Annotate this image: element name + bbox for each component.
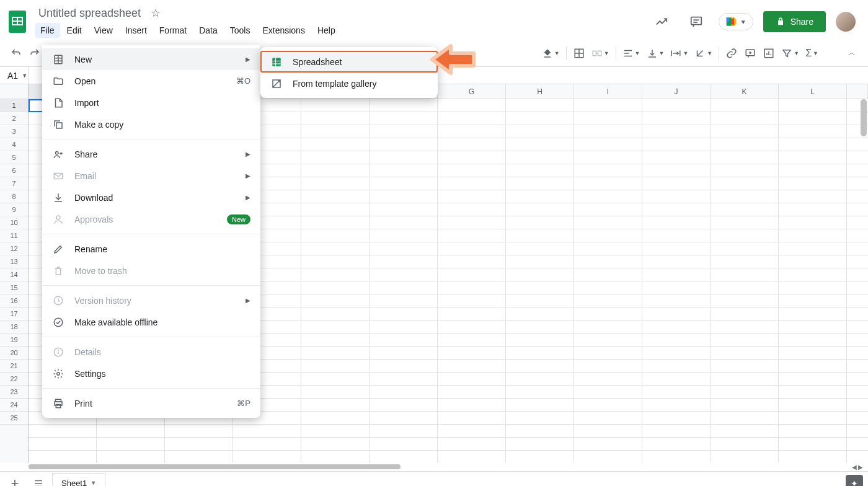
comment-button[interactable] (742, 45, 759, 62)
menu-file[interactable]: File (35, 23, 60, 38)
menuitem-email[interactable]: Email ▶ (42, 165, 260, 187)
menuitem-details[interactable]: Details (42, 341, 260, 363)
star-icon[interactable]: ☆ (151, 7, 161, 19)
row-header[interactable]: 18 (0, 320, 28, 334)
row-header[interactable]: 10 (0, 216, 28, 229)
doc-title[interactable]: Untitled spreadsheet (35, 6, 144, 21)
row-header[interactable]: 2 (0, 112, 28, 125)
comments-icon[interactable] (684, 9, 709, 34)
folder-icon (52, 75, 64, 87)
menuitem-download[interactable]: Download ▶ (42, 187, 260, 208)
menuitem-rename[interactable]: Rename (42, 238, 260, 260)
col-header[interactable]: G (438, 84, 506, 99)
scroll-left-icon[interactable]: ◀ (852, 464, 857, 471)
select-all-corner[interactable] (0, 84, 29, 99)
row-header[interactable]: 20 (0, 347, 28, 360)
menu-view[interactable]: View (89, 23, 118, 38)
row-header[interactable]: 12 (0, 242, 28, 255)
spreadsheet-icon (270, 56, 283, 68)
menu-insert[interactable]: Insert (120, 23, 153, 38)
borders-button[interactable] (570, 45, 588, 62)
name-box[interactable]: A1 ▼ (0, 67, 29, 84)
menuitem-label: Rename (74, 244, 107, 254)
row-header[interactable]: 3 (0, 125, 28, 138)
menuitem-new[interactable]: New ▶ (42, 48, 260, 70)
link-button[interactable] (723, 45, 740, 62)
all-sheets-button[interactable] (29, 474, 48, 487)
row-header[interactable]: 6 (0, 164, 28, 177)
name-box-value: A1 (7, 71, 18, 81)
col-header[interactable] (847, 84, 868, 99)
row-header[interactable]: 8 (0, 190, 28, 203)
row-header[interactable]: 5 (0, 151, 28, 164)
submenu-template[interactable]: From template gallery (260, 73, 438, 94)
collapse-toolbar-button[interactable]: ︿ (848, 48, 856, 58)
menu-edit[interactable]: Edit (61, 23, 87, 38)
col-header[interactable]: I (574, 84, 642, 99)
col-header[interactable]: J (642, 84, 711, 99)
row-header[interactable]: 14 (0, 268, 28, 281)
chevron-down-icon: ▼ (22, 73, 27, 79)
v-align-button[interactable]: ▼ (644, 45, 667, 62)
redo-button[interactable] (26, 45, 43, 62)
row-header[interactable]: 13 (0, 255, 28, 268)
h-scrollbar[interactable] (29, 464, 401, 469)
row-header[interactable]: 15 (0, 281, 28, 294)
sheet-tab[interactable]: Sheet1 ▼ (52, 473, 105, 487)
menuitem-print[interactable]: Print ⌘P (42, 392, 260, 414)
sheet-tab-label: Sheet1 (61, 479, 87, 487)
activity-icon[interactable] (649, 9, 674, 34)
functions-button[interactable]: Σ▼ (803, 45, 821, 62)
explore-button[interactable]: ✦ (846, 475, 863, 487)
col-header[interactable]: H (506, 84, 574, 99)
shortcut-label: ⌘P (237, 399, 250, 408)
row-header[interactable]: 25 (0, 412, 28, 425)
row-header[interactable]: 24 (0, 399, 28, 412)
row-header[interactable]: 9 (0, 203, 28, 216)
meet-button[interactable]: ▼ (719, 13, 753, 30)
submenu-spreadsheet[interactable]: Spreadsheet (260, 51, 438, 73)
row-header[interactable]: 19 (0, 334, 28, 347)
file-menu-dropdown: New ▶ Open ⌘O Import Make a copy Share ▶… (42, 45, 260, 418)
row-header[interactable]: 1 (0, 99, 28, 112)
merge-button[interactable]: ▼ (589, 45, 612, 62)
fill-color-button[interactable]: ▼ (539, 45, 562, 62)
row-header[interactable]: 17 (0, 307, 28, 320)
row-header[interactable]: 11 (0, 229, 28, 242)
menuitem-approvals[interactable]: Approvals New (42, 208, 260, 230)
avatar[interactable] (836, 12, 856, 32)
row-header[interactable]: 21 (0, 360, 28, 373)
menu-format[interactable]: Format (154, 23, 192, 38)
chart-button[interactable] (760, 45, 777, 62)
menuitem-import[interactable]: Import (42, 92, 260, 113)
menu-data[interactable]: Data (193, 23, 223, 38)
menuitem-offline[interactable]: Make available offline (42, 311, 260, 333)
col-header[interactable]: K (711, 84, 779, 99)
menu-extensions[interactable]: Extensions (257, 23, 310, 38)
row-header[interactable]: 23 (0, 386, 28, 399)
menu-tools[interactable]: Tools (224, 23, 256, 38)
menuitem-share[interactable]: Share ▶ (42, 143, 260, 165)
filter-button[interactable]: ▼ (779, 45, 802, 62)
menuitem-settings[interactable]: Settings (42, 363, 260, 384)
sheets-logo[interactable] (5, 9, 30, 34)
add-sheet-button[interactable]: + (5, 474, 25, 487)
menuitem-version-history[interactable]: Version history ▶ (42, 289, 260, 311)
rotate-button[interactable]: ▼ (692, 45, 715, 62)
row-header[interactable]: 7 (0, 177, 28, 190)
row-header[interactable]: 22 (0, 373, 28, 386)
menuitem-trash[interactable]: Move to trash (42, 260, 260, 281)
col-header[interactable]: L (779, 84, 847, 99)
row-header[interactable]: 4 (0, 138, 28, 151)
h-align-button[interactable]: ▼ (620, 45, 643, 62)
menu-help[interactable]: Help (312, 23, 341, 38)
menuitem-open[interactable]: Open ⌘O (42, 70, 260, 92)
scroll-right-icon[interactable]: ▶ (858, 464, 863, 471)
menuitem-label: Make available offline (74, 317, 157, 327)
menuitem-make-copy[interactable]: Make a copy (42, 113, 260, 135)
undo-button[interactable] (7, 45, 25, 62)
share-button[interactable]: Share (763, 11, 826, 32)
row-header[interactable]: 16 (0, 294, 28, 307)
wrap-button[interactable]: ▼ (668, 45, 691, 62)
v-scrollbar[interactable] (861, 99, 867, 136)
